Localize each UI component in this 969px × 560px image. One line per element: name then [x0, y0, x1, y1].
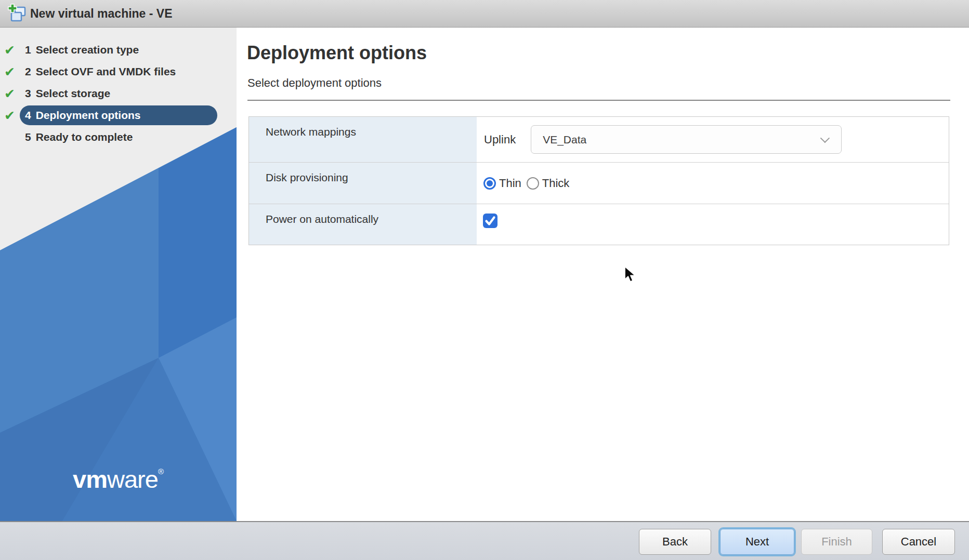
wizard-content-panel: Deployment options Select deployment opt…: [237, 28, 969, 521]
wizard-sidebar: ✔ 1Select creation type ✔ 2Select OVF an…: [0, 28, 237, 521]
wizard-steps: ✔ 1Select creation type ✔ 2Select OVF an…: [0, 39, 237, 148]
vmware-logo: vmware®: [0, 465, 237, 494]
radio-thick-unselected[interactable]: [527, 177, 539, 190]
step-completed-check-icon: ✔: [4, 39, 22, 61]
step-number: 3: [25, 87, 31, 99]
disk-provisioning-radio-group: Thin Thick: [483, 177, 574, 190]
back-button[interactable]: Back: [639, 529, 711, 555]
finish-button[interactable]: Finish: [801, 529, 872, 555]
cancel-button[interactable]: Cancel: [882, 529, 955, 555]
step-number: 4: [25, 109, 31, 121]
wizard-footer: Back Next Finish Cancel: [0, 521, 969, 560]
window-titlebar: New virtual machine - VE: [0, 0, 969, 28]
step-completed-check-icon: ✔: [4, 61, 22, 83]
network-mappings-row: Network mappings Uplink VE_Data: [249, 117, 949, 163]
step-select-storage[interactable]: ✔ 3Select storage: [0, 83, 237, 104]
title-divider: [247, 100, 950, 101]
radio-thin-label[interactable]: Thin: [499, 177, 521, 190]
disk-provisioning-row: Disk provisioning Thin Thick: [249, 163, 949, 204]
step-completed-check-icon: ✔: [4, 83, 22, 104]
step-completed-check-icon: ✔: [4, 104, 22, 126]
step-label: Deployment options: [36, 109, 141, 121]
uplink-selected-value: VE_Data: [543, 134, 586, 146]
step-deployment-options-active[interactable]: ✔ 4Deployment options: [0, 104, 237, 126]
step-label: Select OVF and VMDK files: [36, 65, 176, 77]
step-ready-to-complete[interactable]: 5Ready to complete: [0, 126, 237, 148]
radio-thick-label[interactable]: Thick: [542, 177, 570, 190]
power-on-label: Power on automatically: [249, 204, 477, 245]
step-number: 1: [25, 44, 31, 56]
page-title: Deployment options: [247, 42, 427, 64]
step-label: Ready to complete: [36, 131, 133, 143]
radio-thin-selected[interactable]: [483, 177, 496, 190]
next-button[interactable]: Next: [720, 529, 794, 555]
step-number: 2: [25, 65, 31, 77]
window-title: New virtual machine - VE: [30, 0, 173, 28]
uplink-select[interactable]: VE_Data: [531, 125, 842, 154]
new-vm-icon: [6, 3, 28, 25]
uplink-field-label: Uplink: [484, 133, 516, 146]
step-label: Select storage: [36, 87, 111, 99]
power-on-checkbox-checked[interactable]: [483, 214, 497, 228]
power-on-row: Power on automatically: [249, 204, 949, 245]
page-subtitle: Select deployment options: [247, 76, 382, 90]
deployment-options-table: Network mappings Uplink VE_Data Disk pro…: [248, 116, 949, 245]
checkmark-icon: [483, 214, 497, 228]
disk-provisioning-label: Disk provisioning: [249, 163, 477, 204]
step-number: 5: [25, 131, 31, 143]
step-select-creation-type[interactable]: ✔ 1Select creation type: [0, 39, 237, 61]
step-select-ovf-vmdk[interactable]: ✔ 2Select OVF and VMDK files: [0, 61, 237, 83]
step-label: Select creation type: [36, 44, 139, 56]
chevron-down-icon: [820, 134, 830, 143]
network-mappings-label: Network mappings: [249, 117, 477, 162]
